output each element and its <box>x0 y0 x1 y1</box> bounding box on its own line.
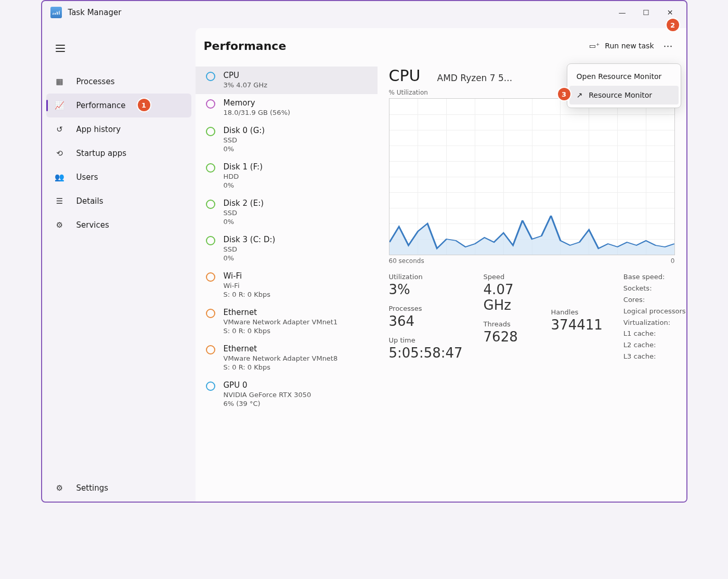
stat-label: Speed <box>484 273 530 281</box>
resource-subtitle: 18.0/31.9 GB (56%) <box>224 109 369 116</box>
gear-icon: ⚙ <box>55 483 65 493</box>
nav-services[interactable]: ⚙ Services <box>42 213 196 237</box>
menu-label: Resource Monitor <box>589 91 652 99</box>
resource-subtitle2: 0% <box>224 254 369 262</box>
resource-ring-icon <box>206 309 215 318</box>
stat-value: 374411 <box>551 317 603 333</box>
resource-item[interactable]: Disk 0 (G:) SSD 0% <box>196 122 378 158</box>
cpu-stats: Utilization3% Processes364 Up time5:05:5… <box>389 273 675 361</box>
resource-title: GPU 0 <box>224 380 369 390</box>
spec-key: L2 cache: <box>623 341 687 349</box>
minimize-button[interactable]: — <box>610 4 634 21</box>
menu-resource-monitor[interactable]: 3 ↗ Resource Monitor <box>569 86 679 104</box>
resource-subtitle: NVIDIA GeForce RTX 3050 <box>224 391 369 399</box>
cpu-detail: CPU AMD Ryzen 7 5... % Utilization 60 se… <box>378 63 686 502</box>
resource-ring-icon <box>206 127 215 136</box>
processes-icon: ▦ <box>55 76 65 87</box>
stat-label: Processes <box>389 305 463 312</box>
resource-item[interactable]: Disk 2 (E:) SSD 0% <box>196 194 378 231</box>
resource-subtitle: VMware Network Adapter VMnet8 <box>224 354 369 362</box>
nav-label: Startup apps <box>76 149 127 158</box>
resource-ring-icon <box>206 345 215 354</box>
resource-subtitle2: S: 0 R: 0 Kbps <box>224 327 369 335</box>
history-icon: ↺ <box>55 124 65 135</box>
resource-ring-icon <box>206 381 215 391</box>
nav-label: App history <box>76 125 121 134</box>
nav-label: Settings <box>76 483 109 493</box>
resource-list[interactable]: CPU 3% 4.07 GHz Memory 18.0/31.9 GB (56%… <box>196 63 378 502</box>
nav-app-history[interactable]: ↺ App history <box>42 117 196 141</box>
spec-key: L1 cache: <box>623 330 687 338</box>
resource-title: Ethernet <box>224 308 369 317</box>
resource-ring-icon <box>206 72 215 81</box>
resource-item[interactable]: GPU 0 NVIDIA GeForce RTX 3050 6% (39 °C) <box>196 376 378 413</box>
more-button[interactable]: ⋯ <box>659 36 678 55</box>
resource-item[interactable]: Memory 18.0/31.9 GB (56%) <box>196 94 378 122</box>
resource-subtitle2: S: 0 R: 0 Kbps <box>224 291 369 298</box>
resource-subtitle: SSD <box>224 209 369 217</box>
resource-ring-icon <box>206 99 215 109</box>
hamburger-button[interactable] <box>53 40 73 57</box>
resource-subtitle: 3% 4.07 GHz <box>224 81 369 89</box>
stat-value: 7628 <box>484 329 530 345</box>
resource-subtitle: Wi-Fi <box>224 282 369 290</box>
resource-title: Ethernet <box>224 344 369 353</box>
spec-key: Logical processors: <box>623 307 687 315</box>
resource-subtitle2: S: 0 R: 0 Kbps <box>224 363 369 371</box>
run-new-task-button[interactable]: ▭⁺ Run new task <box>584 36 659 55</box>
menu-open-resource-monitor[interactable]: Open Resource Monitor <box>569 67 679 86</box>
nav-processes[interactable]: ▦ Processes <box>42 70 196 94</box>
resource-item[interactable]: CPU 3% 4.07 GHz <box>196 67 378 94</box>
nav-performance[interactable]: 📈 Performance 1 <box>46 94 191 117</box>
callout-2: 2 <box>667 19 679 31</box>
nav-settings[interactable]: ⚙ Settings <box>42 475 196 502</box>
resource-title: Memory <box>224 98 369 108</box>
resource-subtitle: VMware Network Adapter VMnet1 <box>224 318 369 326</box>
performance-icon: 📈 <box>55 100 65 111</box>
main-header: Performance ▭⁺ Run new task ⋯ <box>196 28 686 63</box>
stat-label: Handles <box>551 308 603 316</box>
maximize-button[interactable]: ☐ <box>634 4 658 21</box>
resource-title: Wi-Fi <box>224 271 369 281</box>
stat-value: 4.07 GHz <box>484 282 530 313</box>
stat-value: 5:05:58:47 <box>389 345 463 361</box>
nav-startup-apps[interactable]: ⟲ Startup apps <box>42 141 196 165</box>
stat-label: Threads <box>484 320 530 328</box>
detail-title: CPU <box>389 67 421 85</box>
spec-key: Base speed: <box>623 273 687 281</box>
resource-item[interactable]: Ethernet VMware Network Adapter VMnet8 S… <box>196 340 378 376</box>
nav-label: Details <box>76 196 103 206</box>
nav-details[interactable]: ☰ Details <box>42 189 196 213</box>
resource-ring-icon <box>206 236 215 245</box>
app-icon <box>50 7 62 18</box>
resource-subtitle: HDD <box>224 173 369 180</box>
stat-value: 364 <box>389 313 463 329</box>
spec-key: L3 cache: <box>623 352 687 361</box>
resource-item[interactable]: Disk 1 (F:) HDD 0% <box>196 158 378 194</box>
resource-item[interactable]: Ethernet VMware Network Adapter VMnet1 S… <box>196 304 378 340</box>
cpu-utilization-chart <box>389 98 675 255</box>
menu-label: Open Resource Monitor <box>577 72 662 81</box>
resource-title: Disk 0 (G:) <box>224 126 369 135</box>
resource-subtitle2: 0% <box>224 181 369 189</box>
cpu-specs: Base speed:3.80 GHzSockets:1Cores:8Logic… <box>623 273 687 361</box>
resource-title: Disk 1 (F:) <box>224 162 369 172</box>
run-task-label: Run new task <box>605 42 654 50</box>
resource-item[interactable]: Wi-Fi Wi-Fi S: 0 R: 0 Kbps <box>196 267 378 304</box>
close-button[interactable]: ✕ <box>658 4 682 21</box>
users-icon: 👥 <box>55 172 65 182</box>
stat-value: 3% <box>389 282 463 297</box>
resource-item[interactable]: Disk 3 (C: D:) SSD 0% <box>196 231 378 267</box>
main-panel: 2 Performance ▭⁺ Run new task ⋯ Open Res… <box>196 28 686 502</box>
details-icon: ☰ <box>55 196 65 206</box>
nav-users[interactable]: 👥 Users <box>42 165 196 189</box>
resource-subtitle2: 0% <box>224 145 369 153</box>
page-title: Performance <box>204 40 287 52</box>
more-menu: Open Resource Monitor 3 ↗ Resource Monit… <box>567 63 681 108</box>
startup-icon: ⟲ <box>55 148 65 159</box>
nav-label: Performance <box>76 101 126 110</box>
share-icon: ↗ <box>577 91 583 99</box>
resource-subtitle: SSD <box>224 136 369 144</box>
spec-key: Cores: <box>623 296 687 304</box>
resource-subtitle2: 6% (39 °C) <box>224 400 369 407</box>
